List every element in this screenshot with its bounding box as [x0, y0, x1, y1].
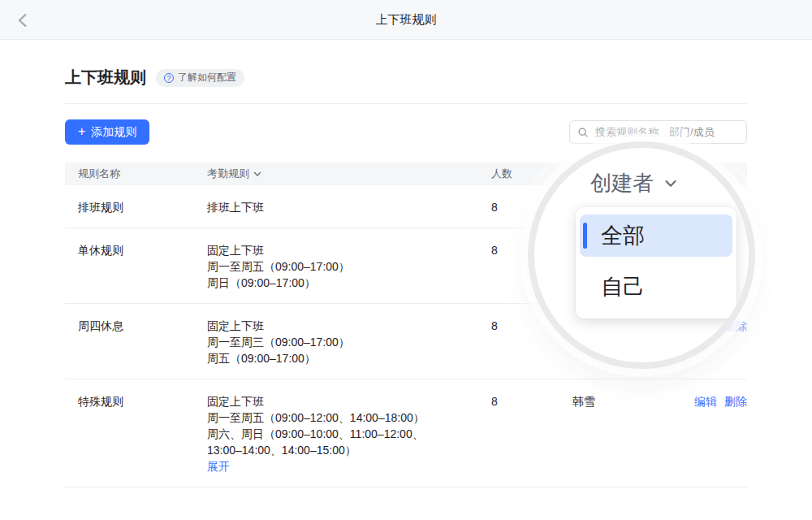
rule-line: 周一至周五（09:00–12:00、14:00–18:00）: [207, 410, 491, 426]
window-title: 上下班规则: [0, 0, 812, 40]
rule-name-cell: 单休规则: [65, 242, 207, 291]
rule-line: 周一至周三（09:00–17:00）: [207, 334, 491, 350]
delete-link[interactable]: 删除: [724, 395, 747, 408]
creator-option-label: 自己: [601, 272, 645, 301]
chevron-down-icon: [663, 176, 679, 192]
creator-option[interactable]: 全部: [580, 214, 732, 257]
rule-name-cell: 周四休息: [65, 318, 207, 366]
attendance-rule-cell: 排班上下班: [207, 199, 491, 215]
header-rule-name: 规则名称: [65, 167, 207, 181]
creator-option[interactable]: 自己: [580, 266, 732, 308]
add-rule-button[interactable]: + 添加规则: [65, 119, 149, 145]
add-rule-label: 添加规则: [91, 125, 136, 140]
search-input[interactable]: [594, 125, 739, 139]
rule-name-cell: 排班规则: [65, 199, 207, 215]
count-cell: 8: [491, 393, 572, 474]
creator-cell: 韩雪: [572, 393, 682, 474]
rule-line: 固定上下班: [207, 393, 491, 410]
page-title: 上下班规则: [65, 67, 146, 89]
rule-name-cell: 特殊规则: [65, 393, 207, 474]
search-icon: [577, 127, 589, 138]
creator-filter[interactable]: 创建者: [590, 169, 679, 197]
chevron-down-icon: [253, 169, 262, 179]
table-row: 特殊规则固定上下班周一至周五（09:00–12:00、14:00–18:00）周…: [65, 379, 747, 488]
rule-line: 固定上下班: [207, 318, 491, 334]
actions-cell: 编辑删除: [682, 393, 747, 474]
creator-dropdown: 全部自己: [576, 207, 736, 318]
rule-line: 13:00–14:00、14:00–15:00）: [207, 442, 491, 458]
rule-line: 周六、周日（09:00–10:00、11:00–12:00、: [207, 426, 491, 442]
attendance-rule-cell: 固定上下班周一至周五（09:00–17:00）周日（09:00–17:00）: [207, 242, 491, 291]
header-attendance-rule[interactable]: 考勤规则: [207, 167, 491, 181]
creator-filter-label: 创建者: [590, 169, 654, 197]
plus-icon: +: [78, 125, 85, 138]
topbar: 上下班规则: [0, 0, 812, 40]
rule-line: 固定上下班: [207, 242, 491, 258]
rule-line: 周五（09:00–17:00）: [207, 350, 491, 366]
rule-line: 周一至周五（09:00–17:00）: [207, 258, 491, 275]
help-badge-label: 了解如何配置: [178, 71, 236, 84]
search-box[interactable]: [569, 120, 747, 144]
rule-line: 周日（09:00–17:00）: [207, 275, 491, 291]
header-attendance-rule-label: 考勤规则: [207, 167, 249, 181]
edit-link[interactable]: 编辑: [694, 395, 717, 408]
question-circle-icon: ?: [164, 73, 174, 83]
expand-link[interactable]: 展开: [207, 460, 230, 473]
attendance-rule-cell: 固定上下班周一至周三（09:00–17:00）周五（09:00–17:00）: [207, 318, 491, 366]
rule-line: 排班上下班: [207, 199, 491, 215]
selected-accent-bar: [583, 223, 587, 249]
creator-option-label: 全部: [601, 221, 645, 250]
heading-divider: [65, 103, 747, 104]
attendance-rule-cell: 固定上下班周一至周五（09:00–12:00、14:00–18:00）周六、周日…: [207, 393, 491, 474]
magnifier-lens: 创建者 全部自己: [528, 141, 755, 369]
help-badge[interactable]: ? 了解如何配置: [156, 69, 244, 87]
